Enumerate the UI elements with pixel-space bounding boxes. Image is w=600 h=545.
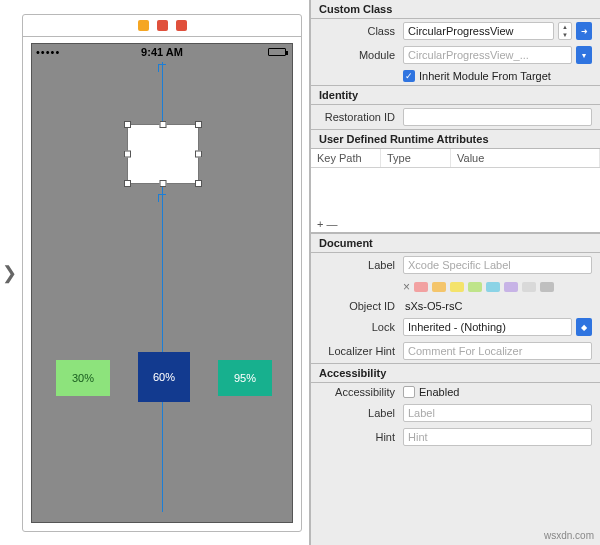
class-stepper[interactable]: ▲▼: [558, 22, 572, 40]
inherit-checkbox[interactable]: ✓: [403, 70, 415, 82]
localizer-hint-field[interactable]: Comment For Localizer: [403, 342, 592, 360]
col-type[interactable]: Type: [381, 149, 451, 167]
resize-handle[interactable]: [195, 180, 202, 187]
label-color-swatches: ×: [403, 280, 554, 294]
class-label: Class: [319, 25, 403, 37]
objectid-value: sXs-O5-rsC: [403, 300, 592, 312]
status-bar: ••••• 9:41 AM: [32, 44, 292, 60]
acc-label: Accessibility: [319, 386, 403, 398]
resize-handle[interactable]: [124, 121, 131, 128]
resize-handle[interactable]: [160, 121, 167, 128]
udra-table-body[interactable]: [311, 168, 600, 216]
lock-label: Lock: [319, 321, 403, 333]
swatch-clear-icon[interactable]: ×: [403, 280, 410, 294]
acc-hint-field[interactable]: Hint: [403, 428, 592, 446]
identity-inspector: Custom Class Class CircularProgressView …: [310, 0, 600, 545]
col-value[interactable]: Value: [451, 149, 600, 167]
inherit-label: Inherit Module From Target: [419, 70, 551, 82]
disclosure-arrow[interactable]: ❯: [0, 262, 18, 284]
lock-pulldown-icon[interactable]: ◆: [576, 318, 592, 336]
swatch[interactable]: [522, 282, 536, 292]
button-60[interactable]: 60%: [138, 352, 190, 402]
section-identity: Identity: [311, 85, 600, 105]
guide-tick-mid: [158, 194, 166, 202]
toolbar-dismiss-icon[interactable]: [157, 20, 168, 31]
ib-scene-frame: ••••• 9:41 AM 30% 60% 95%: [22, 14, 302, 532]
toolbar-hex-icon[interactable]: [138, 20, 149, 31]
battery-icon: [268, 48, 286, 56]
device-canvas[interactable]: ••••• 9:41 AM 30% 60% 95%: [31, 43, 293, 523]
acc-enabled-checkbox[interactable]: [403, 386, 415, 398]
swatch[interactable]: [540, 282, 554, 292]
objectid-label: Object ID: [319, 300, 403, 312]
localizer-hint-label: Localizer Hint: [319, 345, 403, 357]
acc-hint-label: Hint: [319, 431, 403, 443]
button-95[interactable]: 95%: [218, 360, 272, 396]
class-field[interactable]: CircularProgressView: [403, 22, 554, 40]
doc-label-label: Label: [319, 259, 403, 271]
restoration-label: Restoration ID: [319, 111, 403, 123]
section-udra: User Defined Runtime Attributes: [311, 129, 600, 149]
resize-handle[interactable]: [124, 180, 131, 187]
resize-handle[interactable]: [160, 180, 167, 187]
swatch[interactable]: [486, 282, 500, 292]
lock-select[interactable]: Inherited - (Nothing): [403, 318, 572, 336]
swatch[interactable]: [468, 282, 482, 292]
module-pulldown-icon[interactable]: ▾: [576, 46, 592, 64]
swatch[interactable]: [450, 282, 464, 292]
resize-handle[interactable]: [195, 150, 202, 157]
swatch[interactable]: [432, 282, 446, 292]
watermark: wsxdn.com: [544, 530, 594, 541]
resize-handle[interactable]: [195, 121, 202, 128]
acc-enabled-label: Enabled: [419, 386, 459, 398]
section-custom-class: Custom Class: [311, 0, 600, 19]
signal-icon: •••••: [36, 46, 60, 58]
class-jump-icon[interactable]: ➜: [576, 22, 592, 40]
acc-label-label: Label: [319, 407, 403, 419]
status-time: 9:41 AM: [141, 46, 183, 58]
section-accessibility: Accessibility: [311, 363, 600, 383]
button-30[interactable]: 30%: [56, 360, 110, 396]
swatch[interactable]: [414, 282, 428, 292]
resize-handle[interactable]: [124, 150, 131, 157]
acc-label-field[interactable]: Label: [403, 404, 592, 422]
module-field[interactable]: CircularProgressView_...: [403, 46, 572, 64]
section-document: Document: [311, 233, 600, 253]
module-label: Module: [319, 49, 403, 61]
doc-label-field[interactable]: Xcode Specific Label: [403, 256, 592, 274]
scene-toolbar: [23, 15, 301, 37]
udra-add-remove[interactable]: + —: [311, 216, 600, 233]
col-keypath[interactable]: Key Path: [311, 149, 381, 167]
swatch[interactable]: [504, 282, 518, 292]
guide-tick-top: [158, 64, 166, 72]
selected-view[interactable]: [127, 124, 199, 184]
restoration-field[interactable]: [403, 108, 592, 126]
toolbar-embed-icon[interactable]: [176, 20, 187, 31]
udra-table-header: Key Path Type Value: [311, 149, 600, 168]
